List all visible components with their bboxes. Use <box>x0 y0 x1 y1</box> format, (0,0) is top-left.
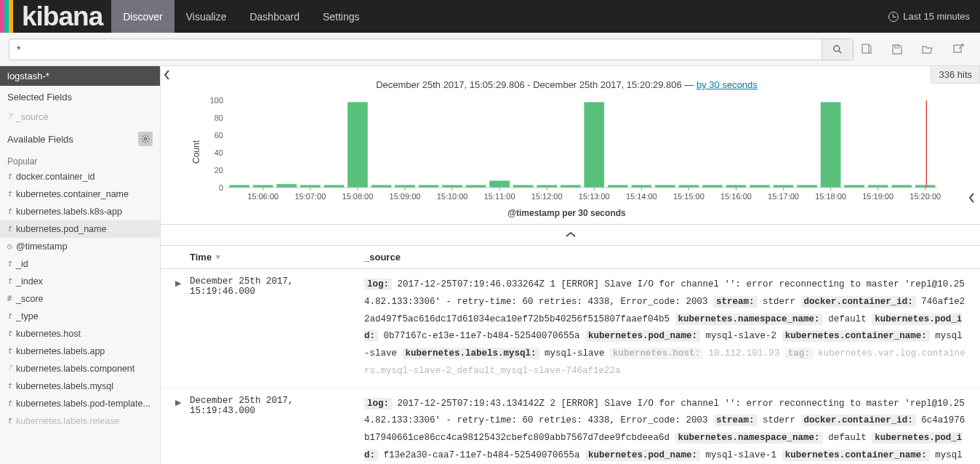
svg-rect-43 <box>774 185 794 188</box>
col-time-header[interactable]: Time ▼ <box>190 252 364 263</box>
svg-rect-42 <box>750 185 770 188</box>
field-kubernetes.pod_name[interactable]: tkubernetes.pod_name <box>0 220 160 238</box>
field-docker.container_id[interactable]: tdocker.container_id <box>0 168 160 185</box>
cell-source: log: 2017-12-25T07:19:46.033264Z 1 [ERRO… <box>364 276 965 380</box>
chart-toggle-button[interactable] <box>161 225 980 246</box>
index-pattern-selector[interactable]: logstash-* <box>0 66 160 86</box>
svg-rect-20 <box>229 185 249 188</box>
field-_source[interactable]: ?_source <box>0 108 160 126</box>
save-icon[interactable] <box>891 44 903 55</box>
available-fields-header: Available Fields <box>0 126 160 152</box>
svg-text:15:14:00: 15:14:00 <box>626 192 657 201</box>
sidebar-collapse-button[interactable] <box>161 67 174 86</box>
content-area: 336 hits December 25th 2017, 15:05:29.80… <box>161 66 980 464</box>
field-settings-button[interactable] <box>138 132 153 146</box>
logo-text: kibana <box>13 1 103 32</box>
top-nav: kibana Discover Visualize Dashboard Sett… <box>0 0 980 33</box>
table-row: ▶December 25th 2017, 15:19:43.000log: 20… <box>161 388 980 465</box>
nav-visualize[interactable]: Visualize <box>174 0 238 33</box>
cell-time: December 25th 2017, 15:19:46.000 <box>190 276 364 380</box>
svg-rect-22 <box>277 184 297 188</box>
search-input[interactable] <box>9 39 822 60</box>
svg-text:15:09:00: 15:09:00 <box>390 192 421 201</box>
svg-line-11 <box>148 141 149 143</box>
cell-source: log: 2017-12-25T07:19:43.134142Z 2 [ERRO… <box>364 396 965 465</box>
chevron-up-icon <box>566 231 576 239</box>
svg-text:15:15:00: 15:15:00 <box>673 192 704 201</box>
field-kubernetes.labels.component[interactable]: ?kubernetes.labels.component <box>0 360 160 377</box>
svg-text:60: 60 <box>214 131 223 140</box>
field-_index[interactable]: t_index <box>0 273 160 290</box>
chevron-left-icon <box>164 70 171 80</box>
svg-rect-27 <box>395 185 415 188</box>
svg-rect-46 <box>844 185 864 188</box>
toolbar-icons <box>861 44 971 55</box>
svg-text:0: 0 <box>219 183 223 192</box>
field-kubernetes.container_name[interactable]: tkubernetes.container_name <box>0 185 160 203</box>
svg-line-1 <box>839 50 842 53</box>
svg-rect-47 <box>868 185 888 188</box>
svg-rect-31 <box>489 180 510 188</box>
field-_id[interactable]: t_id <box>0 255 160 273</box>
clock-icon <box>888 12 899 22</box>
chart-canvas[interactable]: 02040608010015:06:0015:07:0015:08:0015:0… <box>203 97 944 207</box>
svg-rect-38 <box>655 185 675 188</box>
svg-rect-30 <box>466 185 486 188</box>
svg-rect-24 <box>324 185 345 188</box>
svg-rect-21 <box>253 185 273 188</box>
nav-dashboard[interactable]: Dashboard <box>238 0 311 33</box>
chevron-left-icon <box>968 193 976 203</box>
nav-discover[interactable]: Discover <box>111 0 174 33</box>
field-kubernetes.host[interactable]: tkubernetes.host <box>0 325 160 343</box>
field-_score[interactable]: #_score <box>0 290 160 308</box>
share-icon[interactable] <box>952 44 964 55</box>
index-pattern-label: logstash-* <box>7 71 49 81</box>
field-kubernetes.labels.app[interactable]: tkubernetes.labels.app <box>0 343 160 360</box>
svg-text:40: 40 <box>214 148 223 157</box>
svg-rect-45 <box>821 102 841 188</box>
svg-text:15:08:00: 15:08:00 <box>342 192 374 201</box>
svg-text:15:11:00: 15:11:00 <box>484 192 515 201</box>
chart-collapse-button[interactable] <box>965 190 979 209</box>
field-kubernetes.labels.k8s-app[interactable]: tkubernetes.labels.k8s-app <box>0 203 160 220</box>
svg-text:15:17:00: 15:17:00 <box>768 192 799 201</box>
field-_type[interactable]: t_type <box>0 308 160 325</box>
selected-fields-header: Selected Fields <box>0 86 160 108</box>
svg-rect-33 <box>537 185 557 188</box>
gear-icon <box>141 135 150 143</box>
svg-rect-39 <box>679 185 699 188</box>
nav-settings[interactable]: Settings <box>311 0 371 33</box>
field-kubernetes.labels.pod-template...[interactable]: tkubernetes.labels.pod-template... <box>0 395 160 412</box>
svg-rect-34 <box>561 185 581 188</box>
expand-row-button[interactable]: ▶ <box>175 276 190 380</box>
sidebar: logstash-* Selected Fields ?_source Avai… <box>0 66 161 464</box>
svg-text:15:13:00: 15:13:00 <box>579 192 610 201</box>
col-source-header[interactable]: _source <box>364 252 965 263</box>
svg-text:15:20:00: 15:20:00 <box>909 192 941 201</box>
search-button[interactable] <box>822 39 854 60</box>
svg-text:15:07:00: 15:07:00 <box>294 192 326 201</box>
document-table: Time ▼ _source ▶December 25th 2017, 15:1… <box>161 246 980 464</box>
field-kubernetes.labels.release[interactable]: tkubernetes.labels.release <box>0 412 160 430</box>
time-picker[interactable]: Last 15 minutes <box>888 0 980 33</box>
svg-rect-3 <box>895 45 899 48</box>
svg-text:80: 80 <box>214 113 223 122</box>
svg-rect-40 <box>702 185 723 188</box>
svg-text:100: 100 <box>210 97 223 105</box>
open-icon[interactable] <box>922 44 933 55</box>
sort-desc-icon: ▼ <box>214 253 222 261</box>
new-icon[interactable] <box>861 44 872 55</box>
popular-fields-label: Popular <box>0 152 160 168</box>
svg-rect-25 <box>348 102 368 188</box>
svg-text:15:12:00: 15:12:00 <box>531 192 563 201</box>
field-kubernetes.labels.mysql[interactable]: tkubernetes.labels.mysql <box>0 377 160 395</box>
chart-interval-link[interactable]: by 30 seconds <box>696 79 758 90</box>
logo[interactable]: kibana <box>0 0 111 33</box>
field-@timestamp[interactable]: ◷@timestamp <box>0 238 160 255</box>
time-picker-label: Last 15 minutes <box>903 11 970 22</box>
cell-time: December 25th 2017, 15:19:43.000 <box>190 396 364 465</box>
svg-point-5 <box>144 137 146 140</box>
svg-rect-23 <box>300 185 321 188</box>
expand-row-button[interactable]: ▶ <box>175 396 190 465</box>
svg-text:15:19:00: 15:19:00 <box>862 192 893 201</box>
